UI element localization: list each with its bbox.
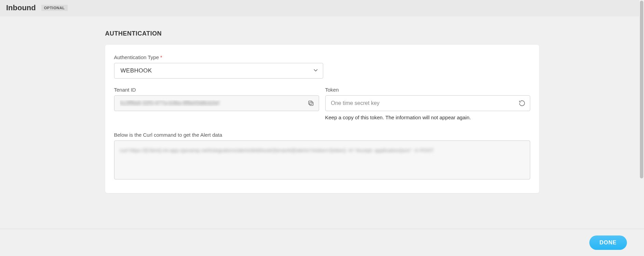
auth-type-select-wrap[interactable] bbox=[114, 63, 323, 79]
svg-rect-1 bbox=[309, 101, 312, 104]
copy-icon[interactable] bbox=[307, 99, 315, 107]
token-label: Token bbox=[325, 87, 530, 93]
authentication-card: Authentication Type* Tenant ID bbox=[105, 45, 539, 193]
auth-type-label: Authentication Type* bbox=[114, 54, 530, 60]
page-title: Inbound bbox=[6, 3, 36, 12]
header-bar: Inbound OPTIONAL bbox=[0, 0, 644, 16]
curl-command-box[interactable]: curl https://{Client}.int-app.opsramp.ne… bbox=[114, 140, 530, 179]
tenant-id-input[interactable] bbox=[114, 95, 319, 111]
done-button[interactable]: DONE bbox=[589, 235, 627, 250]
token-helper-text: Keep a copy of this token. The informati… bbox=[325, 114, 530, 120]
tenant-id-label: Tenant ID bbox=[114, 87, 319, 93]
required-indicator: * bbox=[160, 54, 162, 60]
content-area: AUTHENTICATION Authentication Type* Tena… bbox=[0, 16, 644, 229]
footer-bar: DONE bbox=[0, 229, 644, 256]
curl-label: Below is the Curl command to get the Ale… bbox=[114, 132, 530, 138]
scrollbar-track[interactable] bbox=[639, 0, 644, 229]
refresh-icon[interactable] bbox=[518, 99, 526, 107]
token-input[interactable] bbox=[325, 95, 530, 111]
svg-rect-0 bbox=[310, 102, 313, 106]
optional-badge: OPTIONAL bbox=[41, 5, 68, 11]
scrollbar-thumb[interactable] bbox=[640, 1, 643, 178]
section-title-authentication: AUTHENTICATION bbox=[105, 30, 539, 37]
auth-type-select[interactable] bbox=[114, 63, 323, 79]
